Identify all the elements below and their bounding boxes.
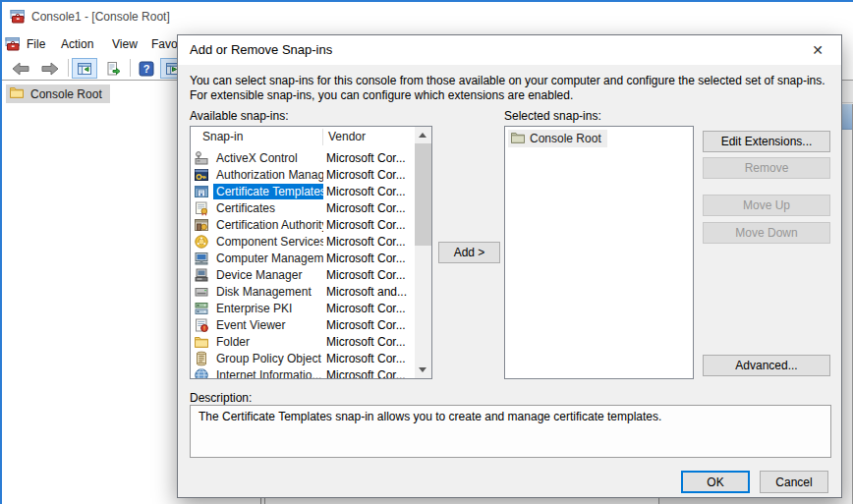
mmc-console-icon[interactable] bbox=[5, 36, 21, 52]
device-manager-icon bbox=[194, 267, 209, 283]
dialog-titlebar: Add or Remove Snap-ins ✕ bbox=[178, 35, 841, 65]
snapin-row-computer-managem[interactable]: Computer Managem... Microsoft Cor... bbox=[191, 250, 415, 266]
snapin-row-certification-authority[interactable]: Certification Authority Microsoft Cor... bbox=[191, 216, 415, 233]
close-icon[interactable]: ✕ bbox=[802, 38, 833, 62]
internet-information-icon bbox=[194, 367, 209, 379]
add-button[interactable]: Add > bbox=[438, 242, 500, 263]
tree-item-label: Console Root bbox=[30, 87, 102, 101]
snapin-row-device-manager[interactable]: Device Manager Microsoft Cor... bbox=[191, 266, 415, 283]
column-header-vendor[interactable]: Vendor bbox=[328, 130, 366, 143]
snapin-vendor: Microsoft Cor... bbox=[326, 302, 406, 315]
selected-snapins-label: Selected snap-ins: bbox=[504, 109, 601, 123]
toolbar-separator bbox=[68, 59, 69, 77]
side-button-remove: Remove bbox=[703, 157, 830, 179]
dialog-title: Add or Remove Snap-ins bbox=[190, 35, 332, 65]
list-header: Snap-in Vendor bbox=[191, 127, 415, 147]
snapin-row-disk-management[interactable]: Disk Management Microsoft and... bbox=[191, 283, 415, 300]
snapin-name: Disk Management bbox=[213, 284, 314, 300]
show-console-tree-icon[interactable] bbox=[72, 58, 97, 79]
side-button-move-down: Move Down bbox=[703, 222, 830, 244]
menu-view[interactable]: View bbox=[108, 32, 142, 57]
snapin-vendor: Microsoft Cor... bbox=[326, 218, 406, 232]
snapin-name: Component Services bbox=[213, 234, 323, 250]
disk-management-icon bbox=[194, 284, 209, 300]
snapin-name: Folder bbox=[213, 334, 253, 350]
computer-management-icon bbox=[194, 251, 209, 266]
snapin-vendor: Microsoft Cor... bbox=[326, 318, 406, 332]
forward-arrow-icon[interactable] bbox=[36, 58, 63, 79]
menu-action[interactable]: Action bbox=[57, 32, 97, 57]
snapin-vendor: Microsoft Cor... bbox=[326, 268, 406, 282]
snapin-name: Event Viewer bbox=[213, 317, 288, 333]
folder-icon bbox=[9, 84, 30, 103]
snapin-vendor: Microsoft Cor... bbox=[326, 151, 406, 165]
component-services-icon bbox=[194, 234, 209, 250]
snapin-row-component-services[interactable]: Component Services Microsoft Cor... bbox=[191, 233, 415, 250]
ok-button[interactable]: OK bbox=[681, 471, 750, 493]
snapin-vendor: Microsoft Cor... bbox=[326, 368, 406, 379]
snapin-row-authorization-manager[interactable]: Authorization Manager Microsoft Cor... bbox=[191, 166, 415, 183]
folder-icon bbox=[508, 130, 530, 148]
selected-item-console-root[interactable]: Console Root bbox=[508, 130, 607, 147]
help-icon[interactable]: ? bbox=[134, 58, 158, 79]
snapin-vendor: Microsoft Cor... bbox=[326, 235, 406, 249]
snapin-rows: ActiveX Control Microsoft Cor... Authori… bbox=[191, 149, 415, 378]
window-title: Console1 - [Console Root] bbox=[31, 2, 170, 32]
scrollbar[interactable] bbox=[415, 127, 431, 378]
menu-file[interactable]: File bbox=[23, 32, 49, 57]
side-button-advanced[interactable]: Advanced... bbox=[703, 355, 830, 376]
available-snapins-list[interactable]: Snap-in Vendor ActiveX Control Microsoft… bbox=[190, 126, 432, 379]
tree-item-console-root[interactable]: Console Root bbox=[6, 84, 110, 103]
enterprise-pki-icon bbox=[194, 301, 209, 316]
available-snapins-label: Available snap-ins: bbox=[190, 109, 289, 123]
back-arrow-icon[interactable] bbox=[7, 58, 33, 79]
activex-icon bbox=[194, 150, 209, 166]
snapin-vendor: Microsoft Cor... bbox=[326, 352, 406, 365]
snapin-row-group-policy-object[interactable]: Group Policy Object ... Microsoft Cor... bbox=[191, 350, 415, 366]
scroll-down-arrow[interactable] bbox=[415, 362, 431, 378]
description-box: The Certificate Templates snap-in allows… bbox=[190, 405, 831, 458]
dialog-intro-text: You can select snap-ins for this console… bbox=[190, 74, 830, 103]
export-list-icon[interactable] bbox=[100, 58, 126, 79]
scroll-up-arrow[interactable] bbox=[415, 127, 431, 143]
snapin-vendor: Microsoft Cor... bbox=[326, 185, 406, 198]
snapin-vendor: Microsoft Cor... bbox=[326, 252, 406, 265]
mmc-console-window: Console1 - [Console Root] File Action Vi… bbox=[0, 0, 853, 504]
toolbar-separator bbox=[130, 59, 131, 77]
snapin-name: Certificate Templates bbox=[213, 184, 323, 199]
snapin-row-internet-informatio[interactable]: Internet Informatio... Microsoft Cor... bbox=[191, 366, 415, 378]
folder-yellow-icon bbox=[194, 334, 209, 350]
snapin-row-folder[interactable]: Folder Microsoft Cor... bbox=[191, 333, 415, 350]
column-divider bbox=[322, 129, 323, 145]
snapin-vendor: Microsoft Cor... bbox=[326, 201, 406, 215]
snapin-row-activex-control[interactable]: ActiveX Control Microsoft Cor... bbox=[191, 149, 415, 166]
authorization-manager-icon bbox=[194, 167, 209, 183]
snapin-row-enterprise-pki[interactable]: Enterprise PKI Microsoft Cor... bbox=[191, 300, 415, 316]
snapin-row-event-viewer[interactable]: Event Viewer Microsoft Cor... bbox=[191, 316, 415, 333]
description-label: Description: bbox=[190, 391, 252, 405]
snapin-vendor: Microsoft Cor... bbox=[326, 168, 406, 182]
group-policy-icon bbox=[194, 351, 209, 366]
selected-snapins-list[interactable]: Console Root bbox=[504, 126, 694, 379]
window-titlebar: Console1 - [Console Root] bbox=[2, 2, 853, 32]
certification-authority-icon bbox=[194, 217, 209, 233]
snapin-row-certificate-templates[interactable]: Certificate Templates Microsoft Cor... bbox=[191, 183, 415, 199]
side-button-edit-extensions[interactable]: Edit Extensions... bbox=[703, 131, 830, 152]
snapin-name: Authorization Manager bbox=[213, 167, 323, 183]
svg-text:?: ? bbox=[142, 63, 149, 75]
snapin-name: Group Policy Object ... bbox=[213, 351, 323, 366]
cancel-button[interactable]: Cancel bbox=[760, 471, 828, 493]
add-remove-snapins-dialog: Add or Remove Snap-ins ✕ You can select … bbox=[177, 34, 842, 498]
snapin-name: ActiveX Control bbox=[213, 150, 301, 166]
snapin-name: Device Manager bbox=[213, 267, 305, 283]
snapin-name: Certificates bbox=[213, 200, 278, 216]
side-button-move-up: Move Up bbox=[703, 195, 830, 216]
column-header-snapin[interactable]: Snap-in bbox=[202, 130, 243, 143]
certificates-icon bbox=[194, 200, 209, 216]
snapin-vendor: Microsoft Cor... bbox=[326, 335, 406, 349]
mmc-console-icon bbox=[10, 9, 26, 25]
selected-item-label: Console Root bbox=[530, 132, 601, 145]
event-viewer-icon bbox=[194, 317, 209, 333]
scrollbar-thumb[interactable] bbox=[415, 143, 431, 246]
snapin-row-certificates[interactable]: Certificates Microsoft Cor... bbox=[191, 199, 415, 216]
